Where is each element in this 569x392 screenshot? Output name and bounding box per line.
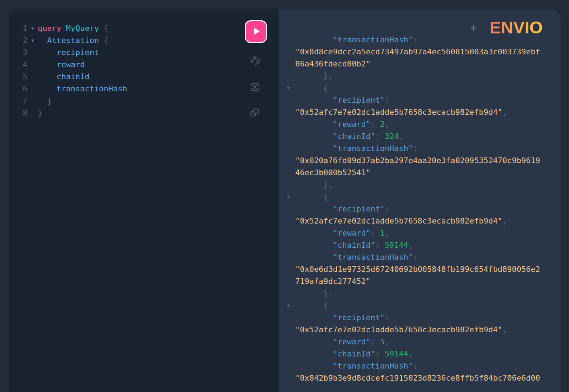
fold-arrow-icon (279, 167, 295, 179)
code-text: }, (295, 179, 333, 191)
response-pane: + ENVIO "transactionHash":"0x8d8ce9dcc2a… (279, 9, 560, 392)
response-line: 06a436fdecd00b2" (279, 58, 560, 70)
response-viewer: "transactionHash":"0x8d8ce9dcc2a5ecd7349… (279, 34, 560, 384)
response-line: }, (279, 70, 560, 82)
code-text: }, (295, 70, 333, 82)
response-line: "0x52afc7e7e02dc1adde5b7658c3ecacb982efb… (279, 324, 560, 336)
fold-arrow-icon (279, 288, 295, 300)
response-line: "transactionHash": (279, 360, 560, 372)
code-text: chainId (38, 71, 90, 83)
response-line: "chainId": 324, (279, 130, 560, 143)
code-text: { (295, 191, 328, 203)
prettify-icon (249, 55, 261, 67)
fold-arrow-icon (27, 95, 38, 107)
fold-arrow-icon (27, 83, 38, 95)
fold-arrow-icon (279, 155, 295, 167)
code-text: "0x020a76fd09d37ab2ba297e4aa20e3fa020953… (295, 155, 540, 167)
code-text: "chainId": 324, (295, 130, 404, 143)
fold-arrow-icon (279, 203, 295, 215)
fold-arrow-icon (279, 143, 295, 155)
fold-arrow-icon (279, 263, 295, 275)
response-line: "transactionHash": (279, 143, 560, 155)
response-line: }, (279, 179, 560, 191)
copy-query-icon (249, 107, 260, 118)
response-line: "chainId": 59144, (279, 348, 560, 360)
code-text: 719afa9dc277452" (295, 275, 371, 288)
line-number: 8 (9, 107, 27, 119)
code-text: "0x8d8ce9dcc2a5ecd73497ab97a4ec560815003… (295, 46, 540, 58)
response-line: "recipient": (279, 94, 560, 106)
code-text: } (38, 95, 52, 107)
response-line: "reward": 1, (279, 227, 560, 239)
code-text: { (295, 82, 328, 94)
fold-arrow-icon (279, 336, 295, 348)
fold-arrow-icon (27, 107, 38, 119)
fold-arrow-icon (279, 46, 295, 58)
fold-arrow-icon[interactable]: ▼ (279, 82, 295, 94)
response-line: "reward": 2, (279, 118, 560, 130)
fold-arrow-icon (279, 227, 295, 239)
copy-query-button[interactable] (247, 105, 262, 120)
code-text: Attestation { (38, 34, 108, 47)
prettify-query-button[interactable] (248, 53, 263, 69)
fold-arrow-icon[interactable]: ▼ (27, 34, 38, 47)
code-text: "transactionHash": (295, 143, 418, 155)
response-line: "0x842b9b3e9d8cdcefc1915023d8236ce8ffb5f… (279, 372, 560, 384)
code-text: "recipient": (295, 203, 389, 215)
code-text: { (295, 300, 328, 312)
code-text: "0x52afc7e7e02dc1adde5b7658c3ecacb982efb… (295, 106, 507, 118)
fold-arrow-icon (279, 118, 295, 130)
fold-arrow-icon (279, 58, 295, 70)
fold-arrow-icon (279, 70, 295, 82)
fold-arrow-icon (279, 275, 295, 288)
code-text: "reward": 1, (295, 227, 389, 239)
playground-panel: 1▼query MyQuery {2▼ Attestation {3 recip… (9, 9, 560, 392)
response-line: 46ec3b000b52541" (279, 167, 560, 179)
fold-arrow-icon (279, 34, 295, 46)
response-line: "recipient": (279, 312, 560, 324)
editor-line: 1▼query MyQuery { (9, 22, 279, 34)
code-text: "transactionHash": (295, 360, 418, 372)
editor-line: 2▼ Attestation { (9, 34, 279, 47)
response-line: "0x8d8ce9dcc2a5ecd73497ab97a4ec560815003… (279, 46, 560, 58)
fold-arrow-icon (279, 179, 295, 191)
code-text: "transactionHash": (295, 251, 418, 263)
editor-line: 6 transactionHash (9, 83, 279, 95)
response-line: "0x0e6d3d1e97325d67240692b005848fb199c65… (279, 263, 560, 275)
response-line: "recipient": (279, 203, 560, 215)
line-number: 2 (9, 34, 27, 47)
execute-query-button[interactable] (245, 20, 267, 43)
editor-line: 3 recipient (9, 47, 279, 59)
code-text: "0x0e6d3d1e97325d67240692b005848fb199c65… (295, 263, 540, 275)
code-text: "0x842b9b3e9d8cdcefc1915023d8236ce8ffb5f… (295, 372, 540, 384)
response-line: }, (279, 288, 560, 300)
merge-fragments-button[interactable] (247, 79, 263, 95)
code-text: 06a436fdecd00b2" (295, 58, 371, 70)
query-editor-pane[interactable]: 1▼query MyQuery {2▼ Attestation {3 recip… (9, 9, 279, 392)
query-editor[interactable]: 1▼query MyQuery {2▼ Attestation {3 recip… (9, 22, 279, 119)
response-line: "transactionHash": (279, 251, 560, 263)
response-line: "0x020a76fd09d37ab2ba297e4aa20e3fa020953… (279, 155, 560, 167)
code-text: } (38, 107, 42, 119)
response-line: 719afa9dc277452" (279, 275, 560, 288)
response-line: "transactionHash": (279, 34, 560, 46)
fold-arrow-icon[interactable]: ▼ (27, 22, 38, 34)
response-line: "0x52afc7e7e02dc1adde5b7658c3ecacb982efb… (279, 106, 560, 118)
fold-arrow-icon (279, 106, 295, 118)
code-text: "0x52afc7e7e02dc1adde5b7658c3ecacb982efb… (295, 215, 507, 227)
code-text: recipient (38, 47, 99, 59)
editor-line: 4 reward (9, 59, 279, 71)
fold-arrow-icon[interactable]: ▼ (279, 191, 295, 203)
response-line: ▼ { (279, 82, 560, 94)
code-text: "0x52afc7e7e02dc1adde5b7658c3ecacb982efb… (295, 324, 507, 336)
graphql-playground: 1▼query MyQuery {2▼ Attestation {3 recip… (0, 0, 569, 392)
line-number: 6 (9, 83, 27, 95)
code-text: "reward": 2, (295, 118, 389, 130)
fold-arrow-icon (27, 71, 38, 83)
fold-arrow-icon[interactable]: ▼ (279, 300, 295, 312)
editor-line: 8} (9, 107, 279, 119)
line-number: 5 (9, 71, 27, 83)
plus-icon[interactable]: + (470, 22, 477, 34)
response-line: "0x52afc7e7e02dc1adde5b7658c3ecacb982efb… (279, 215, 560, 227)
fold-arrow-icon (279, 130, 295, 143)
